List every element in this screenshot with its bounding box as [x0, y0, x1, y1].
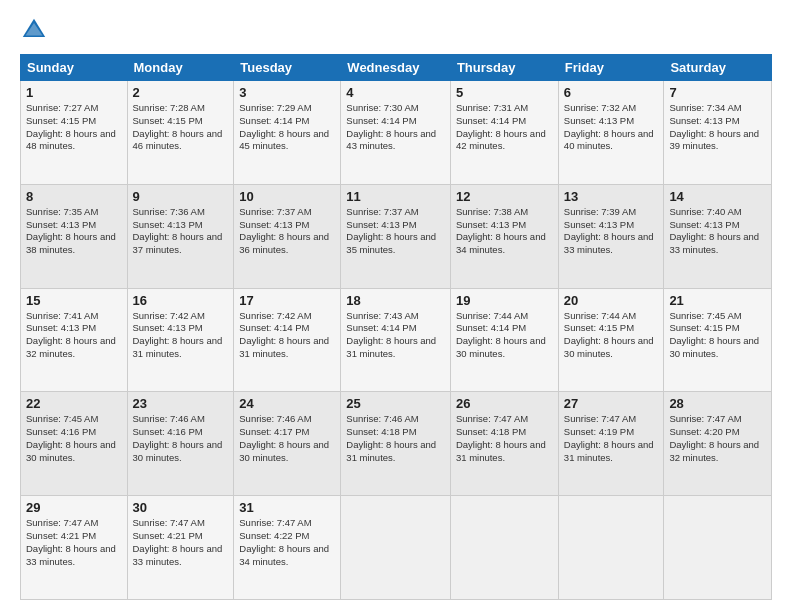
cell-3-3: 25Sunrise: 7:46 AM Sunset: 4:18 PM Dayli…	[341, 392, 451, 496]
day-number: 4	[346, 85, 445, 100]
cell-info: Sunrise: 7:37 AM Sunset: 4:13 PM Dayligh…	[346, 206, 445, 257]
cell-info: Sunrise: 7:38 AM Sunset: 4:13 PM Dayligh…	[456, 206, 553, 257]
day-number: 28	[669, 396, 766, 411]
cell-1-6: 14Sunrise: 7:40 AM Sunset: 4:13 PM Dayli…	[664, 184, 772, 288]
cell-info: Sunrise: 7:42 AM Sunset: 4:13 PM Dayligh…	[133, 310, 229, 361]
cell-4-5	[558, 496, 664, 600]
day-number: 3	[239, 85, 335, 100]
cell-4-1: 30Sunrise: 7:47 AM Sunset: 4:21 PM Dayli…	[127, 496, 234, 600]
cell-info: Sunrise: 7:29 AM Sunset: 4:14 PM Dayligh…	[239, 102, 335, 153]
day-number: 15	[26, 293, 122, 308]
day-number: 5	[456, 85, 553, 100]
cell-info: Sunrise: 7:47 AM Sunset: 4:20 PM Dayligh…	[669, 413, 766, 464]
day-number: 21	[669, 293, 766, 308]
cell-info: Sunrise: 7:47 AM Sunset: 4:18 PM Dayligh…	[456, 413, 553, 464]
cell-1-4: 12Sunrise: 7:38 AM Sunset: 4:13 PM Dayli…	[450, 184, 558, 288]
day-number: 29	[26, 500, 122, 515]
col-wednesday: Wednesday	[341, 55, 451, 81]
cell-2-0: 15Sunrise: 7:41 AM Sunset: 4:13 PM Dayli…	[21, 288, 128, 392]
cell-info: Sunrise: 7:34 AM Sunset: 4:13 PM Dayligh…	[669, 102, 766, 153]
cell-3-4: 26Sunrise: 7:47 AM Sunset: 4:18 PM Dayli…	[450, 392, 558, 496]
cell-info: Sunrise: 7:46 AM Sunset: 4:16 PM Dayligh…	[133, 413, 229, 464]
cell-0-0: 1Sunrise: 7:27 AM Sunset: 4:15 PM Daylig…	[21, 81, 128, 185]
col-saturday: Saturday	[664, 55, 772, 81]
cell-4-3	[341, 496, 451, 600]
cell-info: Sunrise: 7:46 AM Sunset: 4:17 PM Dayligh…	[239, 413, 335, 464]
week-row-1: 8Sunrise: 7:35 AM Sunset: 4:13 PM Daylig…	[21, 184, 772, 288]
cell-2-6: 21Sunrise: 7:45 AM Sunset: 4:15 PM Dayli…	[664, 288, 772, 392]
logo-icon	[20, 16, 48, 44]
cell-info: Sunrise: 7:28 AM Sunset: 4:15 PM Dayligh…	[133, 102, 229, 153]
cell-info: Sunrise: 7:43 AM Sunset: 4:14 PM Dayligh…	[346, 310, 445, 361]
day-number: 25	[346, 396, 445, 411]
cell-2-5: 20Sunrise: 7:44 AM Sunset: 4:15 PM Dayli…	[558, 288, 664, 392]
cell-2-2: 17Sunrise: 7:42 AM Sunset: 4:14 PM Dayli…	[234, 288, 341, 392]
logo	[20, 16, 52, 44]
cell-info: Sunrise: 7:47 AM Sunset: 4:19 PM Dayligh…	[564, 413, 659, 464]
cell-info: Sunrise: 7:47 AM Sunset: 4:22 PM Dayligh…	[239, 517, 335, 568]
day-number: 14	[669, 189, 766, 204]
cell-info: Sunrise: 7:36 AM Sunset: 4:13 PM Dayligh…	[133, 206, 229, 257]
cell-info: Sunrise: 7:42 AM Sunset: 4:14 PM Dayligh…	[239, 310, 335, 361]
day-number: 11	[346, 189, 445, 204]
cell-2-4: 19Sunrise: 7:44 AM Sunset: 4:14 PM Dayli…	[450, 288, 558, 392]
cell-3-6: 28Sunrise: 7:47 AM Sunset: 4:20 PM Dayli…	[664, 392, 772, 496]
cell-1-1: 9Sunrise: 7:36 AM Sunset: 4:13 PM Daylig…	[127, 184, 234, 288]
day-number: 1	[26, 85, 122, 100]
cell-3-2: 24Sunrise: 7:46 AM Sunset: 4:17 PM Dayli…	[234, 392, 341, 496]
col-tuesday: Tuesday	[234, 55, 341, 81]
cell-info: Sunrise: 7:41 AM Sunset: 4:13 PM Dayligh…	[26, 310, 122, 361]
day-number: 31	[239, 500, 335, 515]
cell-1-2: 10Sunrise: 7:37 AM Sunset: 4:13 PM Dayli…	[234, 184, 341, 288]
header	[20, 16, 772, 44]
cell-info: Sunrise: 7:40 AM Sunset: 4:13 PM Dayligh…	[669, 206, 766, 257]
col-friday: Friday	[558, 55, 664, 81]
cell-info: Sunrise: 7:44 AM Sunset: 4:15 PM Dayligh…	[564, 310, 659, 361]
cell-0-5: 6Sunrise: 7:32 AM Sunset: 4:13 PM Daylig…	[558, 81, 664, 185]
cell-info: Sunrise: 7:37 AM Sunset: 4:13 PM Dayligh…	[239, 206, 335, 257]
day-number: 16	[133, 293, 229, 308]
day-number: 22	[26, 396, 122, 411]
day-number: 13	[564, 189, 659, 204]
day-number: 23	[133, 396, 229, 411]
cell-info: Sunrise: 7:31 AM Sunset: 4:14 PM Dayligh…	[456, 102, 553, 153]
cell-info: Sunrise: 7:30 AM Sunset: 4:14 PM Dayligh…	[346, 102, 445, 153]
cell-2-1: 16Sunrise: 7:42 AM Sunset: 4:13 PM Dayli…	[127, 288, 234, 392]
week-row-3: 22Sunrise: 7:45 AM Sunset: 4:16 PM Dayli…	[21, 392, 772, 496]
cell-0-6: 7Sunrise: 7:34 AM Sunset: 4:13 PM Daylig…	[664, 81, 772, 185]
day-number: 24	[239, 396, 335, 411]
cell-info: Sunrise: 7:45 AM Sunset: 4:15 PM Dayligh…	[669, 310, 766, 361]
day-number: 9	[133, 189, 229, 204]
cell-0-2: 3Sunrise: 7:29 AM Sunset: 4:14 PM Daylig…	[234, 81, 341, 185]
day-number: 6	[564, 85, 659, 100]
day-number: 18	[346, 293, 445, 308]
cell-3-1: 23Sunrise: 7:46 AM Sunset: 4:16 PM Dayli…	[127, 392, 234, 496]
cell-4-6	[664, 496, 772, 600]
cell-info: Sunrise: 7:32 AM Sunset: 4:13 PM Dayligh…	[564, 102, 659, 153]
day-number: 8	[26, 189, 122, 204]
week-row-4: 29Sunrise: 7:47 AM Sunset: 4:21 PM Dayli…	[21, 496, 772, 600]
day-number: 26	[456, 396, 553, 411]
cell-2-3: 18Sunrise: 7:43 AM Sunset: 4:14 PM Dayli…	[341, 288, 451, 392]
day-number: 19	[456, 293, 553, 308]
header-row: Sunday Monday Tuesday Wednesday Thursday…	[21, 55, 772, 81]
day-number: 12	[456, 189, 553, 204]
cell-info: Sunrise: 7:46 AM Sunset: 4:18 PM Dayligh…	[346, 413, 445, 464]
week-row-0: 1Sunrise: 7:27 AM Sunset: 4:15 PM Daylig…	[21, 81, 772, 185]
cell-info: Sunrise: 7:39 AM Sunset: 4:13 PM Dayligh…	[564, 206, 659, 257]
cell-info: Sunrise: 7:45 AM Sunset: 4:16 PM Dayligh…	[26, 413, 122, 464]
day-number: 10	[239, 189, 335, 204]
cell-4-4	[450, 496, 558, 600]
cell-info: Sunrise: 7:27 AM Sunset: 4:15 PM Dayligh…	[26, 102, 122, 153]
cell-0-1: 2Sunrise: 7:28 AM Sunset: 4:15 PM Daylig…	[127, 81, 234, 185]
day-number: 27	[564, 396, 659, 411]
cell-info: Sunrise: 7:35 AM Sunset: 4:13 PM Dayligh…	[26, 206, 122, 257]
calendar: Sunday Monday Tuesday Wednesday Thursday…	[20, 54, 772, 600]
col-monday: Monday	[127, 55, 234, 81]
day-number: 7	[669, 85, 766, 100]
cell-4-2: 31Sunrise: 7:47 AM Sunset: 4:22 PM Dayli…	[234, 496, 341, 600]
page: Sunday Monday Tuesday Wednesday Thursday…	[0, 0, 792, 612]
day-number: 20	[564, 293, 659, 308]
calendar-table: Sunday Monday Tuesday Wednesday Thursday…	[20, 54, 772, 600]
cell-3-0: 22Sunrise: 7:45 AM Sunset: 4:16 PM Dayli…	[21, 392, 128, 496]
